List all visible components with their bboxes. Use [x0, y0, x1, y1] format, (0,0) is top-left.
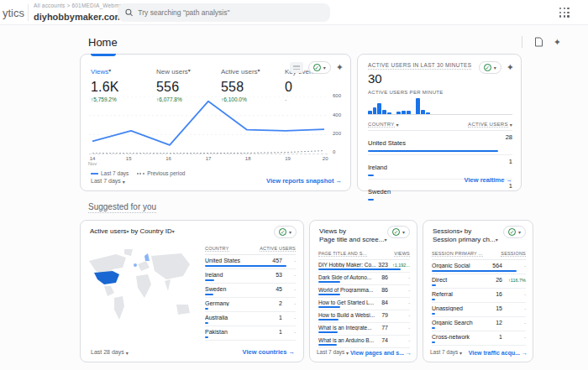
column-country[interactable]: COUNTRY	[205, 246, 229, 252]
caret-down-icon: ▾	[126, 350, 129, 355]
period-selector[interactable]: Last 7 days ▾	[430, 349, 462, 356]
table-header: COUNTRY ACTIVE USERS	[205, 246, 296, 255]
caret-down-icon: ▾	[459, 351, 462, 356]
metric-label: Active users	[221, 68, 258, 76]
insights-icon[interactable]: ✦	[336, 62, 344, 73]
search-input[interactable]	[138, 8, 323, 17]
row-trend: -	[287, 330, 296, 335]
main-content: Home ✦ Views▾ 1.6K ↑5,759.2% New users▾ …	[0, 25, 588, 370]
row-trend: -	[389, 326, 410, 331]
period-selector[interactable]: Last 7 days ▾	[317, 349, 349, 356]
table-row: United States 28	[368, 131, 512, 155]
overview-card: Views▾ 1.6K ↑5,759.2% New users▾ 556 ↑6,…	[80, 54, 351, 191]
row-bar	[205, 279, 214, 281]
row-bar	[205, 322, 208, 324]
row-trend: -	[503, 335, 526, 340]
caret-down-icon: ▾	[396, 122, 399, 128]
table-row: World of Programma... 86 -	[318, 285, 410, 298]
comparison-icon[interactable]	[290, 62, 303, 73]
check-circle-icon: ✓	[313, 64, 321, 71]
metric-dropdown[interactable]: Sessions▾	[433, 227, 462, 235]
dimension-dropdown[interactable]: Page title and scree...▾	[319, 236, 386, 243]
search-bar[interactable]	[118, 3, 330, 22]
row-bar	[432, 270, 517, 272]
column-country[interactable]: COUNTRY ▾	[368, 122, 399, 128]
data-quality-dropdown[interactable]: ✓▾	[479, 61, 501, 74]
column-session-primary-channel[interactable]: SESSION PRIMARY ...	[432, 251, 483, 257]
row-value: 323	[378, 262, 388, 268]
data-quality-dropdown[interactable]: ✓▾	[503, 226, 526, 238]
caret-down-icon: ▾	[123, 179, 125, 184]
row-label: United States	[368, 139, 406, 147]
data-quality-dropdown[interactable]: ✓▾	[387, 226, 410, 238]
feedback-note-icon[interactable]	[534, 37, 543, 47]
insights-icon[interactable]: ✦	[554, 37, 561, 48]
column-views[interactable]: VIEWS	[394, 251, 410, 257]
view-reports-snapshot-link[interactable]: View reports snapshot →	[266, 177, 342, 185]
row-value: 1	[279, 329, 282, 335]
table-row: Germany 2 -	[205, 298, 296, 312]
insights-icon[interactable]: ✦	[507, 62, 514, 73]
metric-dropdown[interactable]: Views	[319, 227, 337, 235]
metric-dropdown[interactable]: Active users▾	[90, 227, 129, 235]
metric-value: 558	[221, 80, 260, 95]
table-row: Unassigned 15 -	[432, 303, 526, 317]
row-bar	[368, 150, 498, 152]
period-selector[interactable]: Last 7 days ▾	[91, 178, 125, 185]
row-label: Sweden	[368, 188, 391, 195]
realtime-country-table: United States 28 Ireland 1 Sweden 1	[368, 131, 512, 203]
metric-label: Views	[91, 68, 108, 76]
row-bar	[205, 336, 208, 338]
x-axis-labels: 14Nov 15 16 17 18 19 20	[89, 156, 328, 168]
map-sweden	[144, 253, 150, 261]
table-header: PAGE TITLE AND S... VIEWS	[318, 251, 410, 260]
table-row: Organic Social 564 -	[432, 260, 526, 274]
header-actions: ✦	[522, 36, 561, 48]
search-icon	[125, 8, 133, 17]
caret-down-icon: ▾	[108, 68, 111, 73]
table-header: SESSION PRIMARY ... SESSIONS	[432, 251, 526, 260]
column-page-title[interactable]: PAGE TITLE AND S...	[318, 251, 367, 257]
realtime-card: ACTIVE USERS IN LAST 30 MINUTES ✓▾ ✦ 30 …	[357, 54, 522, 191]
data-quality-dropdown[interactable]: ✓▾	[274, 226, 297, 238]
caret-down-icon: ▾	[127, 229, 129, 234]
row-bar	[432, 327, 435, 329]
check-circle-icon: ✓	[279, 228, 286, 236]
dimension-dropdown[interactable]: Session primary ch...▾	[433, 236, 498, 243]
row-value: 1	[279, 315, 282, 320]
row-trend: -	[503, 292, 526, 297]
row-value: 26	[496, 277, 502, 283]
view-realtime-link[interactable]: View realtime →	[465, 176, 512, 184]
metric-value: 556	[156, 80, 191, 95]
dimension-dropdown[interactable]: Country ID▾	[140, 227, 175, 235]
row-bar	[432, 299, 435, 300]
table-row: Australia 1 -	[205, 312, 296, 326]
y-axis-tick: 400	[333, 112, 341, 117]
metric-value: 1.6K	[91, 80, 119, 95]
solid-line-swatch	[91, 173, 98, 175]
row-trend: -	[287, 273, 296, 278]
table-row: How to Get Started L... 84 -	[318, 298, 410, 310]
row-label: Ireland	[368, 164, 387, 171]
row-bar	[318, 281, 340, 283]
data-quality-dropdown[interactable]: ✓▾	[308, 61, 331, 74]
view-traffic-acquisition-link[interactable]: View traffic acqu... →	[469, 350, 528, 356]
topbar: ytics All accounts > 601MEDIA_Webmaster …	[0, 0, 588, 25]
dashed-line-swatch	[137, 173, 144, 175]
view-countries-link[interactable]: View countries →	[243, 348, 295, 356]
view-pages-link[interactable]: View pages and s... →	[350, 350, 412, 356]
row-value: 1	[499, 334, 502, 340]
sessions-card: Sessions▾ by Session primary ch...▾ ✓▾ S…	[423, 220, 533, 362]
row-trend: -	[503, 306, 526, 311]
column-sessions[interactable]: SESSIONS	[501, 251, 526, 257]
property-name: diyhobbymaker.com	[34, 12, 123, 22]
row-value: 12	[496, 320, 502, 326]
row-value: 77	[381, 325, 388, 331]
period-selector[interactable]: Last 28 days ▾	[91, 349, 129, 356]
check-circle-icon: ✓	[484, 64, 491, 71]
column-active-users[interactable]: ACTIVE USERS	[260, 246, 296, 252]
table-row: What is an Arduino B... 74 -	[318, 336, 410, 348]
column-active-users[interactable]: ACTIVE USERS ▾	[468, 122, 512, 128]
table-row: Cross-network 1 -	[432, 331, 526, 346]
apps-grid-icon[interactable]	[559, 8, 570, 18]
